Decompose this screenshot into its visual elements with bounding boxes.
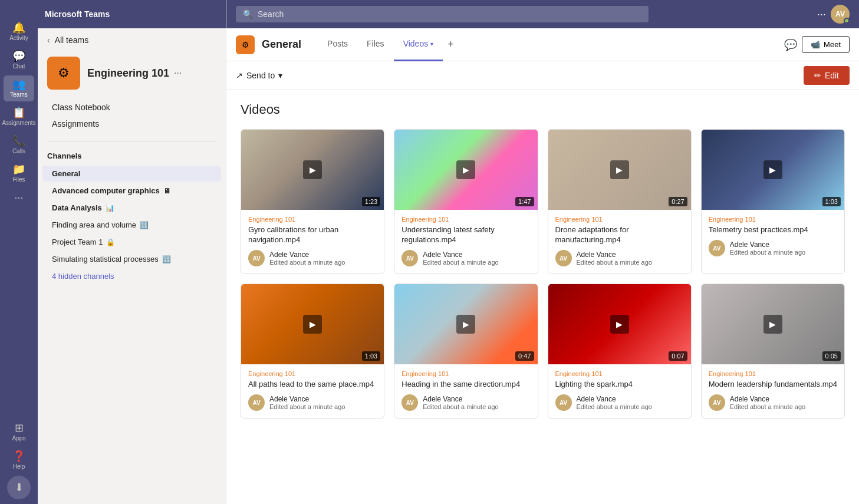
- video-card-v1[interactable]: ▶ 1:23 Engineering 101 Gyro calibrations…: [241, 129, 384, 274]
- edit-button[interactable]: ✏ Edit: [804, 66, 850, 85]
- video-duration-v8: 0:05: [822, 351, 841, 361]
- rail-item-teams[interactable]: 👥 Teams: [4, 75, 34, 101]
- author-time-v3: Edited about a minute ago: [577, 259, 652, 266]
- video-author-row-v6: AV Adele Vance Edited about a minute ago: [401, 394, 530, 411]
- author-avatar-v7: AV: [555, 394, 572, 411]
- rail-label-help: Help: [13, 463, 25, 470]
- play-button-v2[interactable]: ▶: [456, 160, 475, 179]
- rail-item-help[interactable]: ❓ Help: [4, 447, 34, 473]
- back-arrow-icon: ‹: [47, 35, 50, 45]
- video-info-v3: Engineering 101 Drone adaptations for ma…: [548, 210, 691, 274]
- video-channel-v1: Engineering 101: [248, 216, 377, 223]
- play-button-v3[interactable]: ▶: [610, 160, 629, 179]
- video-title-v1: Gyro calibrations for urban navigation.m…: [248, 225, 377, 245]
- play-button-v5[interactable]: ▶: [303, 315, 322, 334]
- video-card-v5[interactable]: ▶ 1:03 Engineering 101 All paths lead to…: [241, 284, 384, 419]
- tab-videos-arrow: ▾: [430, 41, 433, 47]
- video-info-v6: Engineering 101 Heading in the same dire…: [394, 364, 537, 418]
- rail-item-download[interactable]: ⬇: [7, 476, 31, 499]
- author-info-v7: Adele Vance Edited about a minute ago: [577, 395, 652, 410]
- add-tab-button[interactable]: +: [443, 28, 459, 61]
- rail-label-apps: Apps: [12, 435, 26, 442]
- video-info-v7: Engineering 101 Lighting the spark.mp4 A…: [548, 364, 691, 418]
- search-icon: 🔍: [243, 9, 253, 19]
- team-logo-icon: ⚙: [58, 65, 70, 81]
- files-icon: 📁: [12, 164, 25, 174]
- rail-item-assignments[interactable]: 📋 Assignments: [4, 104, 34, 130]
- tab-files-label: Files: [367, 39, 384, 48]
- play-button-v1[interactable]: ▶: [303, 160, 322, 179]
- chat-action-icon[interactable]: 💬: [784, 38, 797, 51]
- tab-files[interactable]: Files: [357, 28, 394, 61]
- channel-item-project-team[interactable]: Project Team 1 🔒: [42, 234, 221, 250]
- back-to-all-teams[interactable]: ‹ All teams: [38, 28, 226, 52]
- rail-item-apps[interactable]: ⊞ Apps: [4, 419, 34, 445]
- rail-label-activity: Activity: [9, 35, 28, 41]
- more-options-icon[interactable]: ···: [817, 8, 826, 21]
- video-card-v4[interactable]: ▶ 1:03 Engineering 101 Telemetry best pr…: [701, 129, 845, 274]
- channel-tabs: Posts Files Videos ▾ +: [318, 28, 459, 61]
- play-button-v4[interactable]: ▶: [763, 160, 782, 179]
- assignments-label: Assignments: [52, 119, 99, 129]
- content-toolbar: ↗ Send to ▾ ✏ Edit: [226, 61, 859, 90]
- tab-videos[interactable]: Videos ▾: [394, 28, 443, 61]
- sidebar: Microsoft Teams ‹ All teams ⚙ Engineerin…: [38, 0, 226, 504]
- team-name: Engineering 101: [87, 67, 169, 80]
- video-thumbnail-v8: ▶ 0:05: [702, 284, 844, 364]
- video-card-v6[interactable]: ▶ 0:47 Engineering 101 Heading in the sa…: [394, 284, 538, 419]
- channel-item-advanced-graphics[interactable]: Advanced computer graphics 🖥: [42, 183, 221, 199]
- video-title-v6: Heading in the same direction.mp4: [401, 380, 530, 390]
- author-time-v4: Edited about a minute ago: [730, 249, 805, 256]
- send-to-button[interactable]: ↗ Send to ▾: [236, 71, 282, 80]
- video-card-v7[interactable]: ▶ 0:07 Engineering 101 Lighting the spar…: [548, 284, 692, 419]
- rail-item-activity[interactable]: 🔔 Activity: [4, 19, 34, 45]
- user-avatar[interactable]: AV: [831, 5, 850, 24]
- author-info-v3: Adele Vance Edited about a minute ago: [577, 251, 652, 266]
- sidebar-link-assignments[interactable]: Assignments: [47, 116, 216, 132]
- channel-item-data-analysis[interactable]: Data Analysis 📊: [42, 200, 221, 216]
- sidebar-divider: [47, 141, 216, 142]
- author-info-v5: Adele Vance Edited about a minute ago: [269, 395, 345, 410]
- author-name-v5: Adele Vance: [269, 395, 345, 403]
- team-logo: ⚙: [47, 57, 80, 90]
- meet-label: Meet: [824, 40, 841, 49]
- play-button-v8[interactable]: ▶: [763, 315, 782, 334]
- data-analysis-badge: 📊: [106, 204, 114, 212]
- rail-item-calls[interactable]: 📞 Calls: [4, 132, 34, 158]
- rail-item-more[interactable]: ···: [4, 189, 34, 206]
- author-avatar-v1: AV: [248, 250, 265, 266]
- channel-item-simulating[interactable]: Simulating statistical processes 🔢: [42, 251, 221, 267]
- video-channel-v3: Engineering 101: [555, 216, 684, 223]
- team-more-button[interactable]: ···: [174, 68, 182, 78]
- play-button-v6[interactable]: ▶: [456, 315, 475, 334]
- all-teams-label: All teams: [55, 35, 89, 45]
- video-channel-v8: Engineering 101: [709, 370, 837, 377]
- header-actions: 💬 📹 Meet: [784, 36, 850, 53]
- channel-item-finding-area[interactable]: Finding area and volume 🔢: [42, 217, 221, 233]
- video-card-v3[interactable]: ▶ 0:27 Engineering 101 Drone adaptations…: [548, 129, 692, 274]
- team-info: ⚙ Engineering 101 ···: [38, 52, 226, 99]
- author-avatar-v2: AV: [401, 250, 418, 266]
- video-title-v2: Understanding latest safety regulations.…: [401, 225, 530, 245]
- channel-item-general[interactable]: General: [42, 166, 221, 182]
- video-author-row-v8: AV Adele Vance Edited about a minute ago: [709, 394, 837, 411]
- channel-label-finding-area: Finding area and volume: [52, 220, 136, 229]
- tab-posts[interactable]: Posts: [318, 28, 357, 61]
- author-time-v1: Edited about a minute ago: [269, 259, 345, 266]
- video-card-v8[interactable]: ▶ 0:05 Engineering 101 Modern leadership…: [701, 284, 845, 419]
- hidden-channels-link[interactable]: 4 hidden channels: [42, 268, 221, 284]
- video-card-v2[interactable]: ▶ 1:47 Engineering 101 Understanding lat…: [394, 129, 538, 274]
- play-button-v7[interactable]: ▶: [610, 315, 629, 334]
- author-info-v2: Adele Vance Edited about a minute ago: [423, 251, 498, 266]
- rail-item-files[interactable]: 📁 Files: [4, 160, 34, 186]
- sidebar-link-class-notebook[interactable]: Class Notebook: [47, 99, 216, 116]
- video-author-row-v1: AV Adele Vance Edited about a minute ago: [248, 250, 377, 266]
- finding-area-badge: 🔢: [140, 221, 149, 229]
- author-name-v6: Adele Vance: [423, 395, 498, 403]
- video-duration-v7: 0:07: [669, 351, 687, 361]
- author-name-v2: Adele Vance: [423, 251, 498, 259]
- channel-label-simulating: Simulating statistical processes: [52, 255, 159, 263]
- meet-button[interactable]: 📹 Meet: [802, 36, 850, 53]
- search-bar[interactable]: 🔍 Search: [236, 6, 649, 22]
- rail-item-chat[interactable]: 💬 Chat: [4, 47, 34, 73]
